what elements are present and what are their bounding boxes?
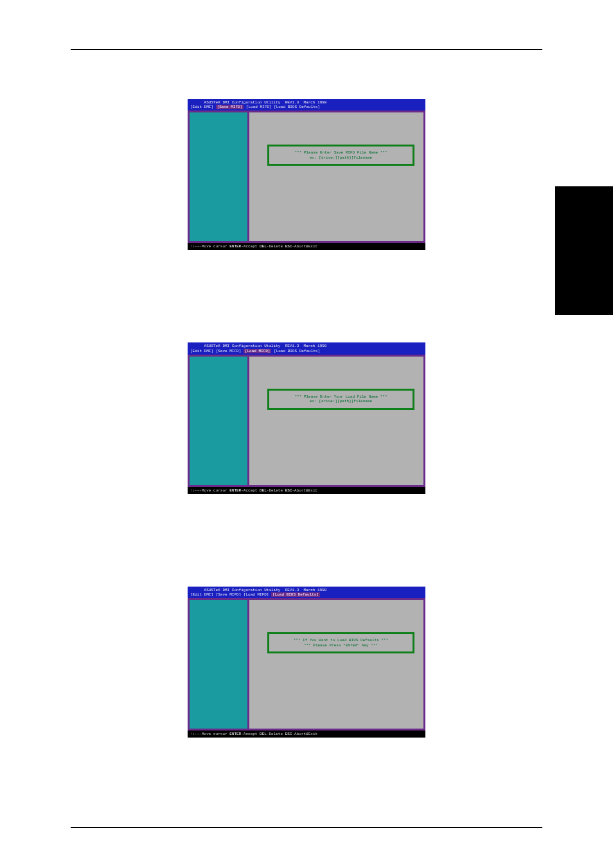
bios-title-bar: ASUSTeK DMI Configuration Utility REV1.3… (188, 342, 425, 354)
status-key-esc: ESC (285, 488, 292, 493)
bottom-rule (71, 827, 542, 828)
status-key-del: DEL (260, 244, 267, 249)
bios-title-bar: ASUSTeK DMI Configuration Utility REV1.3… (188, 99, 425, 111)
screenshot-save-mifd: ASUSTeK DMI Configuration Utility REV1.3… (188, 99, 425, 250)
screenshot-load-mifd: ASUSTeK DMI Configuration Utility REV1.3… (188, 342, 425, 493)
prompt-line-1: *** Please Enter Your Load File Name *** (272, 394, 410, 400)
screenshot-load-bios-defaults: ASUSTeK DMI Configuration Utility REV1.3… (188, 587, 425, 738)
bios-title-bar: ASUSTeK DMI Configuration Utility REV1.3… (188, 587, 425, 598)
status-key-enter: ENTER (229, 488, 241, 493)
status-key-enter: ENTER (229, 244, 241, 249)
status-pre: ↑↓←→-Move cursor (190, 732, 229, 736)
prompt-line-2: ex: [drive:][path][filename (272, 399, 410, 404)
top-rule (71, 49, 542, 50)
tab-save-mifd[interactable]: [Save MIFD] (216, 592, 242, 597)
status-post: -Abort&Exit (292, 488, 317, 493)
tab-edit-dmi[interactable]: [Edit DMI] (190, 592, 213, 597)
bios-right-panel: *** Please Enter Your Load File Name ***… (249, 357, 423, 485)
prompt-line-1: *** If You Want to Load BIOS Defaults **… (272, 638, 410, 643)
status-mid1: -Accept (241, 732, 260, 736)
tab-edit-dmi[interactable]: [Edit DMI] (190, 349, 213, 353)
status-mid1: -Accept (241, 488, 260, 493)
prompt-line-2: *** Please Press "ENTER" Key *** (272, 643, 410, 648)
bios-right-panel: *** Please Enter Save MIFD File Name ***… (249, 112, 423, 241)
tab-load-mifd[interactable]: [Load MIFD] (244, 592, 269, 597)
bios-status-bar: ↑↓←→-Move cursor ENTER-Accept DEL-Delete… (188, 487, 425, 494)
page: ASUSTeK DMI Configuration Utility REV1.3… (0, 0, 613, 868)
bios-title: ASUSTeK DMI Configuration Utility REV1.3… (204, 344, 327, 348)
bios-title: ASUSTeK DMI Configuration Utility REV1.3… (204, 588, 327, 592)
side-tab (555, 186, 613, 315)
status-mid2: -Delete (267, 732, 285, 736)
bios-body: *** If You Want to Load BIOS Defaults **… (188, 598, 425, 731)
tab-save-mifd[interactable]: [Save MIFD] (216, 105, 244, 109)
bios-status-bar: ↑↓←→-Move cursor ENTER-Accept DEL-Delete… (188, 243, 425, 250)
status-key-esc: ESC (285, 732, 292, 736)
status-key-del: DEL (260, 488, 267, 493)
status-post: -Abort&Exit (292, 244, 317, 249)
bios-body: *** Please Enter Your Load File Name ***… (188, 355, 425, 487)
tab-load-bios-defaults[interactable]: [Load BIOS Defaults] (274, 105, 320, 109)
status-key-esc: ESC (285, 244, 292, 249)
bios-right-panel: *** If You Want to Load BIOS Defaults **… (249, 600, 423, 729)
status-mid2: -Delete (267, 488, 285, 493)
prompt-box: *** Please Enter Save MIFD File Name ***… (267, 145, 414, 166)
prompt-box: *** If You Want to Load BIOS Defaults **… (267, 632, 414, 653)
tab-load-bios-defaults[interactable]: [Load BIOS Defaults] (274, 349, 320, 353)
status-key-del: DEL (260, 732, 267, 736)
tab-save-mifd[interactable]: [Save MIFD] (216, 349, 242, 353)
bios-left-panel (190, 112, 247, 241)
status-key-enter: ENTER (229, 732, 241, 736)
status-pre: ↑↓←→-Move cursor (190, 488, 229, 493)
prompt-line-1: *** Please Enter Save MIFD File Name *** (272, 150, 410, 155)
bios-title: ASUSTeK DMI Configuration Utility REV1.3… (204, 100, 327, 105)
status-pre: ↑↓←→-Move cursor (190, 244, 229, 249)
status-mid1: -Accept (241, 244, 260, 249)
tab-load-bios-defaults[interactable]: [Load BIOS Defaults] (271, 592, 320, 597)
prompt-line-2: ex: [drive:][path][filename (272, 155, 410, 161)
bios-status-bar: ↑↓←→-Move cursor ENTER-Accept DEL-Delete… (188, 731, 425, 738)
tab-load-mifd[interactable]: [Load MIFD] (244, 349, 272, 353)
status-post: -Abort&Exit (292, 732, 317, 736)
bios-body: *** Please Enter Save MIFD File Name ***… (188, 111, 425, 243)
tab-load-mifd[interactable]: [Load MIFD] (246, 105, 272, 109)
bios-left-panel (190, 600, 247, 729)
tab-edit-dmi[interactable]: [Edit DMI] (190, 105, 213, 109)
prompt-box: *** Please Enter Your Load File Name ***… (267, 389, 414, 410)
bios-left-panel (190, 357, 247, 485)
status-mid2: -Delete (267, 244, 285, 249)
